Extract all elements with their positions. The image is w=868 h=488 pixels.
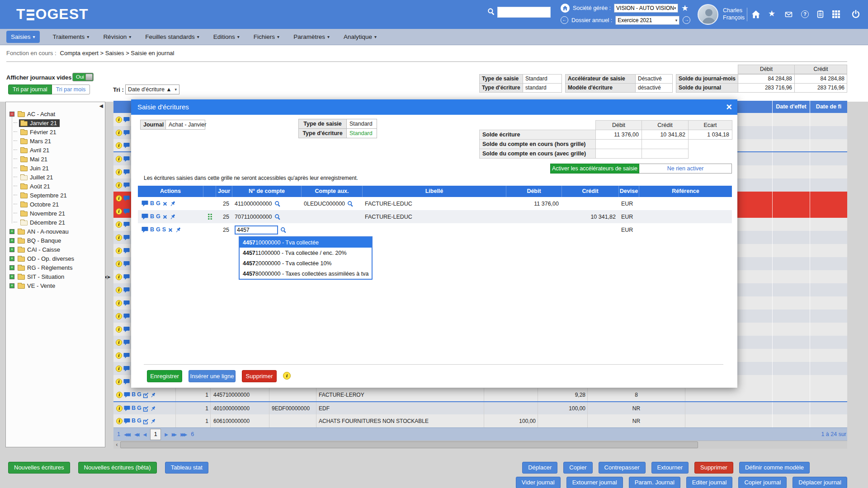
table-row[interactable]: B G 1 445710000000 FACTURE-LEROY 9,28 8	[113, 388, 847, 401]
search-account-icon[interactable]	[274, 213, 281, 220]
tree-journal-item[interactable]: RG - Règlements	[9, 263, 105, 272]
comment-icon[interactable]	[123, 155, 130, 162]
pin-icon[interactable]	[150, 391, 156, 398]
tree-month-item[interactable]: Juillet 21	[17, 173, 105, 182]
g-action-icon[interactable]: G	[137, 418, 142, 424]
comment-icon[interactable]	[124, 391, 130, 398]
edit-icon[interactable]	[143, 405, 149, 411]
expand-node-icon[interactable]	[9, 247, 14, 252]
tree-month-item[interactable]: Février 21	[17, 127, 105, 136]
comment-icon[interactable]	[124, 405, 130, 412]
tree-journal-item[interactable]: BQ - Banque	[9, 236, 105, 245]
col-date-effet[interactable]: Date d'effet	[772, 101, 810, 113]
footer-button[interactable]: Copier journal	[738, 477, 787, 488]
info-icon[interactable]	[116, 339, 122, 346]
last-page-number[interactable]: 6	[191, 431, 194, 437]
comment-icon[interactable]	[123, 260, 130, 267]
comment-icon[interactable]	[123, 273, 130, 280]
prev-page-icon[interactable]: ◀	[143, 432, 146, 437]
last-page-icon[interactable]: ▶▶▶	[180, 432, 187, 437]
comment-icon[interactable]	[123, 234, 130, 241]
footer-button[interactable]: Editer journal	[686, 477, 733, 488]
delete-line-icon[interactable]	[162, 201, 168, 207]
info-icon[interactable]	[116, 326, 122, 333]
info-icon[interactable]	[116, 379, 122, 385]
comment-icon[interactable]	[123, 365, 130, 372]
footer-button[interactable]: Nouvelles écritures	[8, 462, 70, 474]
expand-node-icon[interactable]	[9, 283, 14, 288]
previous-year-icon[interactable]	[561, 16, 568, 24]
account-suggestion[interactable]: 445780000000 - Taxes collectées assimilé…	[240, 268, 372, 279]
g-action-icon[interactable]: G	[137, 392, 142, 398]
next-page-icon[interactable]: ▶	[165, 432, 168, 437]
tree-journal-item[interactable]: CAI - Caisse	[9, 245, 105, 254]
expand-node-icon[interactable]	[9, 256, 14, 261]
sort-by-month-button[interactable]: Tri par mois	[52, 84, 90, 94]
tree-journal-item[interactable]: AN - A-nouveau	[9, 227, 105, 236]
comment-icon[interactable]	[123, 378, 130, 385]
tree-month-item[interactable]: Mars 21	[17, 136, 105, 145]
tree-journal-item[interactable]: SIT - Situation	[9, 272, 105, 281]
grid-row[interactable]: B G 25 411000000000 0LEDUC000000 FACTURE…	[138, 197, 732, 210]
search-aux-icon[interactable]	[347, 200, 354, 207]
drag-handle[interactable]	[208, 213, 212, 220]
delete-line-icon[interactable]	[168, 227, 173, 233]
footer-button[interactable]: Supprimer	[694, 462, 733, 474]
info-icon[interactable]	[283, 372, 291, 380]
expand-node-icon[interactable]	[9, 229, 14, 234]
insert-line-button[interactable]: Insérer une ligne	[189, 370, 236, 382]
collapse-sidebar-icon[interactable]	[99, 103, 103, 109]
comment-icon[interactable]	[123, 313, 130, 319]
menu-item[interactable]: Analytique	[343, 31, 377, 43]
search-account-icon[interactable]	[274, 200, 281, 207]
b-action-icon[interactable]: B	[150, 201, 154, 206]
info-icon[interactable]	[116, 130, 122, 136]
scroll-left-icon[interactable]	[113, 441, 120, 449]
info-icon[interactable]	[116, 287, 122, 293]
info-icon[interactable]	[116, 156, 122, 162]
close-icon[interactable]	[726, 100, 732, 114]
info-icon[interactable]	[116, 418, 123, 424]
mail-icon[interactable]	[784, 11, 793, 18]
account-input[interactable]	[235, 225, 278, 235]
s-action-icon[interactable]: S	[162, 227, 166, 233]
b-action-icon[interactable]: B	[150, 214, 154, 220]
comment-icon[interactable]	[123, 208, 130, 215]
comment-icon[interactable]	[142, 213, 148, 220]
tree-month-item[interactable]: Mai 21	[17, 155, 105, 164]
menu-item[interactable]: Paramètres	[292, 31, 330, 43]
b-action-icon[interactable]: B	[132, 392, 136, 398]
comment-icon[interactable]	[142, 200, 148, 207]
expand-node-icon[interactable]	[9, 265, 14, 270]
first-page-icon[interactable]: ◀◀◀	[124, 432, 131, 437]
next-year-icon[interactable]	[683, 16, 690, 24]
expand-node-icon[interactable]	[9, 238, 14, 243]
comment-icon[interactable]	[123, 116, 130, 123]
info-icon[interactable]	[116, 208, 122, 215]
comment-icon[interactable]	[123, 247, 130, 254]
current-page-box[interactable]: 1	[150, 429, 161, 440]
g-action-icon[interactable]: G	[156, 227, 160, 233]
info-icon[interactable]	[116, 169, 122, 175]
first-page-number[interactable]: 1	[117, 431, 120, 437]
info-icon[interactable]	[116, 300, 122, 306]
info-icon[interactable]	[116, 248, 122, 254]
g-action-icon[interactable]: G	[137, 405, 142, 411]
tree-month-item[interactable]: Novembre 21	[17, 209, 105, 218]
footer-button[interactable]: Vider journal	[516, 477, 561, 488]
table-row[interactable]: B G 1 401000000000 9EDF00000000 EDF 100,…	[113, 401, 847, 414]
tree-journal-item[interactable]: OD - Op. diverses	[9, 254, 105, 263]
footer-button[interactable]: Tableau stat	[165, 462, 208, 474]
activate-nothing-button[interactable]: Ne rien activer	[639, 164, 732, 174]
info-icon[interactable]	[116, 274, 122, 280]
tree-root-achat[interactable]: AC - Achat	[9, 109, 105, 118]
societe-select[interactable]: VISION - AUTO VISION▾	[614, 4, 678, 13]
tree-month-item[interactable]: Juin 21	[17, 164, 105, 173]
save-button[interactable]: Enregistrer	[147, 370, 182, 382]
avatar[interactable]	[698, 4, 718, 25]
fast-next-icon[interactable]: ▶▶	[172, 432, 177, 437]
tree-month-item[interactable]: Décembre 21	[17, 218, 105, 227]
comment-icon[interactable]	[123, 300, 130, 306]
star-icon[interactable]	[768, 9, 775, 18]
collapse-node-icon[interactable]	[9, 112, 14, 117]
